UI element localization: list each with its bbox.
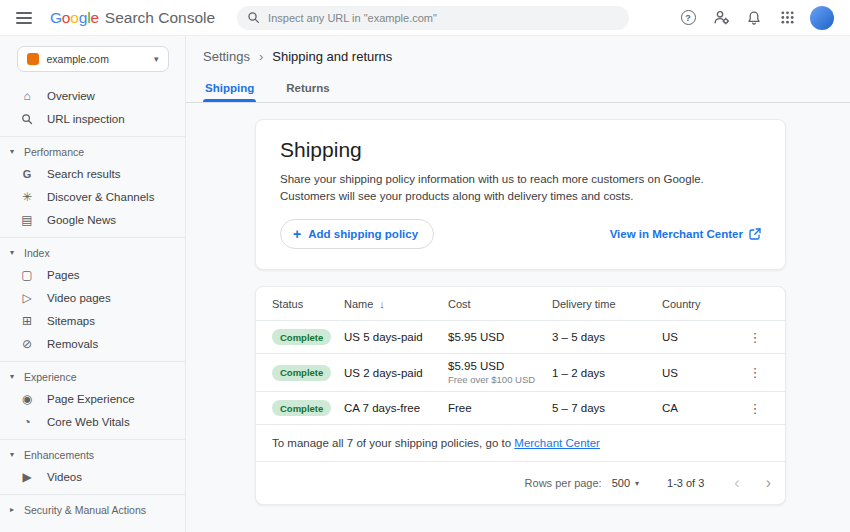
row-menu-button[interactable]: ⋮: [741, 330, 769, 345]
search-input[interactable]: [268, 12, 619, 24]
policy-country: CA: [662, 402, 741, 414]
bell-icon: [746, 10, 762, 26]
sort-descending-icon: ↓: [379, 298, 385, 310]
divider: [0, 361, 185, 362]
notifications-button[interactable]: [744, 8, 764, 28]
kebab-icon: ⋮: [749, 401, 762, 416]
chevron-down-icon: ▾: [635, 479, 639, 488]
divider: [0, 439, 185, 440]
column-header-cost: Cost: [448, 298, 552, 310]
merchant-center-link[interactable]: Merchant Center: [514, 437, 600, 449]
column-header-name[interactable]: Name ↓: [344, 298, 448, 310]
pagination-bar: Rows per page: 500 ▾ 1-3 of 3 ‹ ›: [256, 462, 785, 504]
view-in-merchant-center-link[interactable]: View in Merchant Center: [610, 228, 761, 240]
status-badge: Complete: [272, 365, 331, 381]
breadcrumb-settings[interactable]: Settings: [203, 49, 250, 64]
previous-page-button[interactable]: ‹: [734, 475, 739, 491]
plus-icon: +: [293, 226, 301, 242]
sidebar-section-index[interactable]: ▾ Index: [0, 242, 185, 263]
sidebar-item-label: Sitemaps: [47, 315, 95, 327]
sidebar-item-removals[interactable]: ⊘ Removals: [0, 332, 185, 355]
sidebar-section-experience[interactable]: ▾ Experience: [0, 366, 185, 387]
sidebar-item-label: Pages: [47, 269, 80, 281]
property-selector[interactable]: example.com ▾: [17, 46, 169, 72]
sidebar-item-label: URL inspection: [47, 113, 125, 125]
sidebar-section-enhancements[interactable]: ▾ Enhancements: [0, 444, 185, 465]
sidebar-item-label: Core Web Vitals: [47, 416, 130, 428]
policy-country: US: [662, 331, 741, 343]
policy-delivery-time: 1 – 2 days: [552, 367, 662, 379]
rows-per-page-value: 500: [612, 477, 630, 489]
sidebar-item-video-pages[interactable]: ▷ Video pages: [0, 286, 185, 309]
next-page-button[interactable]: ›: [766, 475, 771, 491]
table-row: Complete US 2 days-paid $5.95 USD Free o…: [256, 354, 785, 392]
sidebar-section-security-manual-actions[interactable]: ▸ Security & Manual Actions: [0, 499, 185, 520]
sidebar-item-discover-channels[interactable]: ✳ Discover & Channels: [0, 185, 185, 208]
column-header-country: Country: [662, 298, 741, 310]
description-line: Customers will see your products along w…: [280, 188, 761, 205]
sidebar-section-performance[interactable]: ▾ Performance: [0, 141, 185, 162]
page-title: Shipping and returns: [272, 49, 392, 64]
chevron-down-icon: ▾: [154, 54, 159, 64]
caret-down-icon: ▾: [10, 248, 18, 257]
app-shell: example.com ▾ ⌂ Overview URL inspection: [0, 36, 850, 532]
section-label: Index: [24, 247, 50, 259]
table-row: Complete CA 7 days-free Free 5 – 7 days …: [256, 392, 785, 425]
app-logo[interactable]: Google Search Console: [50, 9, 215, 27]
sidebar-item-label: Search results: [47, 168, 121, 180]
sidebar-item-search-results[interactable]: G Search results: [0, 162, 185, 185]
page-experience-icon: ◉: [20, 392, 34, 406]
sidebar-item-sitemaps[interactable]: ⊞ Sitemaps: [0, 309, 185, 332]
sidebar-item-google-news[interactable]: ▤ Google News: [0, 208, 185, 231]
row-menu-button[interactable]: ⋮: [741, 401, 769, 416]
sidebar-item-overview[interactable]: ⌂ Overview: [0, 84, 185, 107]
link-label: View in Merchant Center: [610, 228, 743, 240]
logo-letter: o: [62, 9, 70, 27]
caret-right-icon: ▸: [10, 505, 18, 514]
help-button[interactable]: ?: [678, 8, 698, 28]
kebab-icon: ⋮: [749, 330, 762, 345]
card-title: Shipping: [280, 138, 761, 162]
sidebar-item-videos[interactable]: ▶ Videos: [0, 465, 185, 488]
row-menu-button[interactable]: ⋮: [741, 365, 769, 380]
policy-delivery-time: 3 – 5 days: [552, 331, 662, 343]
add-button-label: Add shipping policy: [308, 228, 418, 240]
tab-shipping[interactable]: Shipping: [203, 77, 256, 102]
search-icon: [20, 113, 34, 125]
divider: [0, 237, 185, 238]
user-avatar[interactable]: [810, 6, 834, 30]
policy-name: US 2 days-paid: [344, 367, 448, 379]
tab-returns[interactable]: Returns: [284, 77, 331, 102]
policy-cost-note: Free over $100 USD: [448, 374, 552, 385]
rows-per-page-select[interactable]: 500 ▾: [612, 477, 639, 489]
status-badge: Complete: [272, 329, 331, 345]
rows-per-page-label: Rows per page:: [525, 477, 602, 489]
footer-text: To manage all 7 of your shipping policie…: [272, 437, 514, 449]
sidebar-item-url-inspection[interactable]: URL inspection: [0, 107, 185, 130]
menu-icon[interactable]: [16, 9, 34, 27]
kebab-icon: ⋮: [749, 365, 762, 380]
tab-bar: Shipping Returns: [203, 77, 850, 102]
caret-down-icon: ▾: [10, 147, 18, 156]
column-header-label: Name: [344, 298, 373, 310]
section-label: Enhancements: [24, 449, 94, 461]
sidebar-item-label: Google News: [47, 214, 116, 226]
hamburger-bars: [16, 17, 32, 19]
home-icon: ⌂: [20, 89, 34, 103]
apps-grid-button[interactable]: [777, 8, 797, 28]
card-description: Share your shipping policy information w…: [280, 171, 761, 204]
sidebar-item-pages[interactable]: ▢ Pages: [0, 263, 185, 286]
property-name: example.com: [47, 53, 146, 65]
discover-icon: ✳: [20, 190, 34, 204]
table-header-row: Status Name ↓ Cost Delivery time Country: [256, 287, 785, 321]
sidebar-item-label: Video pages: [47, 292, 111, 304]
sidebar-item-core-web-vitals[interactable]: ◔ Core Web Vitals: [0, 410, 185, 433]
sidebar-item-page-experience[interactable]: ◉ Page Experience: [0, 387, 185, 410]
logo-letter: o: [70, 9, 78, 27]
sidebar-item-label: Page Experience: [47, 393, 135, 405]
main-content: Settings › Shipping and returns Shipping…: [186, 36, 850, 532]
url-inspection-searchbar[interactable]: [237, 6, 629, 30]
topbar-actions: ?: [678, 6, 834, 30]
manage-users-button[interactable]: [711, 8, 731, 28]
add-shipping-policy-button[interactable]: + Add shipping policy: [280, 219, 434, 249]
